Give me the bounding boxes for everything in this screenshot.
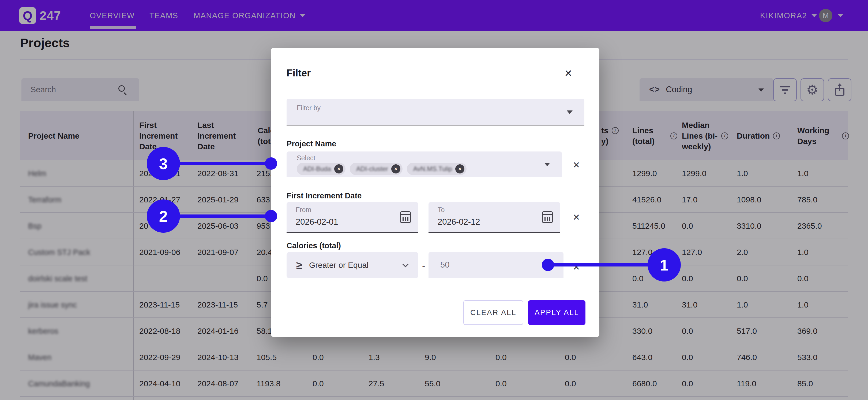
project-name-filter-label: Project Name xyxy=(286,139,336,148)
select-placeholder: Select xyxy=(297,154,315,162)
calories-filter-label: Calories (total) xyxy=(286,241,341,250)
chip-label: ADI-cluster xyxy=(356,165,388,173)
selected-project-chips: ADI-Buda ✕ ADI-cluster ✕ AvN.MS.Tulip ✕ xyxy=(297,163,467,175)
calories-operator-select[interactable]: ≥ Greater or Equal xyxy=(286,252,418,278)
greater-or-equal-icon: ≥ xyxy=(296,260,302,270)
remove-project-filter-icon[interactable]: ✕ xyxy=(570,159,582,171)
chip-remove-icon[interactable]: ✕ xyxy=(455,164,464,173)
calories-value: 50 xyxy=(440,260,450,270)
chevron-down-icon xyxy=(544,163,550,166)
callout-3-dot xyxy=(265,158,277,170)
chip-remove-icon[interactable]: ✕ xyxy=(334,164,343,173)
chevron-down-icon xyxy=(567,111,572,114)
callout-2-dot xyxy=(265,210,277,222)
project-name-multiselect[interactable]: Select ADI-Buda ✕ ADI-cluster ✕ AvN.MS.T… xyxy=(286,151,562,177)
modal-title: Filter xyxy=(286,67,311,79)
callout-1-badge: 1 xyxy=(648,248,681,282)
callout-1-dot xyxy=(542,259,554,271)
remove-calories-filter-icon[interactable]: ✕ xyxy=(570,261,582,273)
chip-label: AvN.MS.Tulip xyxy=(413,165,452,173)
to-value: 2026-02-12 xyxy=(438,217,480,227)
callout-2-badge: 2 xyxy=(147,199,180,233)
clear-all-button[interactable]: CLEAR ALL xyxy=(463,300,523,325)
filter-modal: Filter ✕ Filter by Project Name Select A… xyxy=(271,48,599,337)
filter-by-select[interactable]: Filter by xyxy=(286,99,584,125)
project-chip[interactable]: ADI-cluster ✕ xyxy=(350,163,403,175)
date-to-input[interactable]: To 2026-02-12 xyxy=(429,202,560,233)
callout-3-badge: 3 xyxy=(147,147,180,180)
first-increment-date-filter-label: First Increment Date xyxy=(286,192,362,200)
remove-date-filter-icon[interactable]: ✕ xyxy=(570,211,582,223)
date-from-input[interactable]: From 2026-02-01 xyxy=(286,202,418,233)
close-icon[interactable]: ✕ xyxy=(562,67,575,80)
chevron-down-icon xyxy=(403,261,409,267)
project-chip[interactable]: ADI-Buda ✕ xyxy=(297,163,345,175)
apply-all-button[interactable]: APPLY ALL xyxy=(528,300,585,325)
range-dash: - xyxy=(422,261,425,271)
chip-label: ADI-Buda xyxy=(303,165,331,173)
project-chip[interactable]: AvN.MS.Tulip ✕ xyxy=(407,163,467,175)
from-label: From xyxy=(296,206,311,214)
from-value: 2026-02-01 xyxy=(296,217,338,227)
calendar-icon[interactable] xyxy=(400,211,411,223)
filter-by-label: Filter by xyxy=(297,104,320,112)
chip-remove-icon[interactable]: ✕ xyxy=(391,164,400,173)
operator-value: Greater or Equal xyxy=(309,261,369,270)
to-label: To xyxy=(438,206,444,214)
calendar-icon[interactable] xyxy=(542,211,553,223)
